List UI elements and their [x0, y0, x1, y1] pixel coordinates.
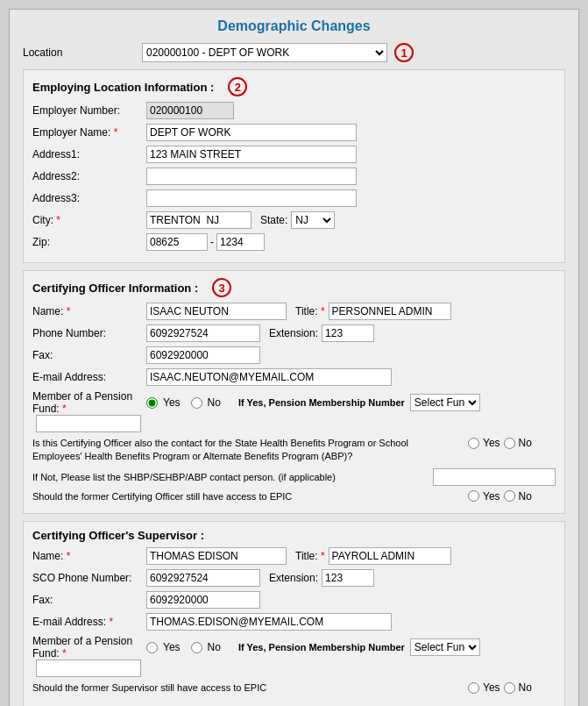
sup-former-no-label: No — [519, 681, 532, 694]
co-fax-label: Fax: — [32, 349, 146, 361]
co-fax-row: Fax: — [32, 346, 556, 364]
employer-name-label: Employer Name: * — [32, 126, 146, 139]
sup-fax-label: Fax: — [32, 594, 146, 606]
co-email-input[interactable] — [146, 368, 392, 386]
co-former-yes-label: Yes — [483, 490, 500, 503]
co-title-input[interactable] — [329, 303, 451, 320]
zip-separator: - — [210, 236, 214, 248]
zip-ext-input[interactable] — [216, 233, 265, 251]
sup-former-access-radio-group: Yes No — [468, 681, 556, 694]
sup-email-label: E-mail Address: * — [32, 616, 146, 628]
state-select[interactable]: NJ NY PA CT DE — [291, 211, 335, 229]
if-not-input[interactable] — [433, 468, 556, 486]
sup-email-input[interactable] — [146, 613, 392, 631]
co-name-row: Name: * Title: * — [32, 303, 556, 320]
co-former-no-label: No — [519, 490, 532, 503]
page-title: Demographic Changes — [23, 18, 565, 34]
address1-input[interactable] — [146, 146, 357, 163]
city-label: City: * — [32, 214, 146, 226]
sup-title-input[interactable] — [329, 547, 451, 565]
co-pension-number-input[interactable] — [36, 415, 141, 432]
co-ext-label: Extension: — [269, 327, 318, 339]
supervisor-header: Certifying Officer's Supervisor : — [32, 529, 556, 542]
address1-label: Address1: — [32, 148, 146, 160]
sup-phone-label: SCO Phone Number: — [32, 572, 146, 584]
co-pension-fund-select[interactable]: Select Fund PERS TPAF PFRS CPFPF — [410, 394, 480, 411]
sup-name-row: Name: * Title: * — [32, 547, 556, 565]
main-container: Demographic Changes Location 020000100 -… — [9, 9, 579, 706]
sup-ext-label: Extension: — [269, 572, 318, 584]
sup-name-label: Name: * — [32, 550, 146, 562]
co-pension-radio-group: Yes No — [146, 396, 228, 409]
co-pension-yes-radio[interactable] — [146, 397, 158, 409]
co-phone-row: Phone Number: Extension: — [32, 324, 556, 342]
sup-pension-if-yes-label: If Yes, Pension Membership Number — [238, 642, 405, 653]
sup-former-access-row: Should the former Supervisor still have … — [32, 681, 556, 695]
sup-fax-row: Fax: — [32, 591, 556, 609]
location-label: Location — [23, 46, 137, 59]
city-input[interactable] — [146, 211, 251, 229]
employing-location-badge: 2 — [228, 77, 247, 96]
sup-former-yes-radio[interactable] — [468, 682, 479, 694]
employer-number-label: Employer Number: — [32, 104, 146, 117]
co-ext-input[interactable] — [322, 324, 374, 342]
co-phone-input[interactable] — [146, 324, 260, 342]
employer-number-input[interactable] — [146, 102, 234, 119]
shbp-yes-radio[interactable] — [468, 438, 479, 449]
co-former-no-radio[interactable] — [504, 490, 515, 502]
co-email-label: E-mail Address: — [32, 371, 146, 383]
sup-former-yes-label: Yes — [483, 681, 500, 694]
sup-fax-input[interactable] — [146, 591, 260, 609]
sup-name-input[interactable] — [146, 547, 287, 565]
location-select[interactable]: 020000100 - DEPT OF WORK — [142, 43, 387, 62]
employer-name-input[interactable] — [146, 124, 357, 141]
state-label: State: — [260, 214, 287, 226]
co-pension-if-yes-label: If Yes, Pension Membership Number — [238, 397, 405, 408]
sup-pension-yes-radio[interactable] — [146, 642, 158, 653]
co-title-label: Title: * — [295, 305, 325, 317]
sup-title-label: Title: * — [295, 550, 325, 562]
if-not-row: If Not, Please list the SHBP/SEHBP/ABP c… — [32, 468, 556, 486]
city-row: City: * State: NJ NY PA CT DE — [32, 211, 556, 229]
sup-pension-number-input[interactable] — [36, 660, 141, 677]
sup-pension-no-label: No — [208, 641, 221, 653]
address2-label: Address2: — [32, 170, 146, 182]
shbp-yes-label: Yes — [483, 437, 500, 449]
sup-phone-row: SCO Phone Number: Extension: — [32, 569, 556, 587]
co-pension-yes-label: Yes — [163, 396, 181, 409]
shbp-question-row: Is this Certifying Officer also the cont… — [32, 437, 556, 464]
co-name-input[interactable] — [146, 303, 287, 320]
zip-row: Zip: - — [32, 233, 556, 251]
address3-label: Address3: — [32, 192, 146, 204]
co-email-row: E-mail Address: — [32, 368, 556, 386]
address2-input[interactable] — [146, 168, 357, 185]
sup-ext-input[interactable] — [322, 569, 374, 587]
certifying-officer-section: Certifying Officer Information : 3 Name:… — [23, 270, 565, 514]
sup-pension-fund-select[interactable]: Select Fund PERS TPAF PFRS CPFPF — [410, 638, 480, 656]
address1-row: Address1: — [32, 146, 556, 163]
co-former-access-label: Should the former Certifying Officer sti… — [32, 490, 459, 503]
shbp-no-radio[interactable] — [504, 438, 515, 449]
certifying-officer-badge: 3 — [212, 278, 231, 297]
co-name-label: Name: * — [32, 305, 146, 317]
co-former-yes-radio[interactable] — [468, 490, 479, 502]
zip-input[interactable] — [146, 233, 208, 251]
supervisor-section: Certifying Officer's Supervisor : Name: … — [23, 521, 565, 706]
sup-pension-radio-group: Yes No — [146, 641, 228, 653]
employing-location-header: Employing Location Information : 2 — [32, 77, 556, 96]
if-not-text: If Not, Please list the SHBP/SEHBP/ABP c… — [32, 472, 424, 482]
employer-number-row: Employer Number: — [32, 102, 556, 119]
sup-former-no-radio[interactable] — [504, 682, 515, 694]
co-pension-label: Member of a PensionFund: * — [32, 390, 146, 415]
sup-pension-no-radio[interactable] — [191, 642, 202, 653]
co-pension-no-radio[interactable] — [191, 397, 202, 409]
location-badge: 1 — [394, 43, 414, 62]
address3-input[interactable] — [146, 189, 357, 207]
sup-email-row: E-mail Address: * — [32, 613, 556, 631]
sup-phone-input[interactable] — [146, 569, 260, 587]
co-fax-input[interactable] — [146, 346, 260, 364]
co-pension-row: Member of a PensionFund: * Yes No If Yes… — [32, 390, 556, 432]
shbp-no-label: No — [519, 437, 532, 449]
zip-label: Zip: — [32, 236, 146, 248]
sup-former-access-label: Should the former Supervisor still have … — [32, 681, 459, 695]
